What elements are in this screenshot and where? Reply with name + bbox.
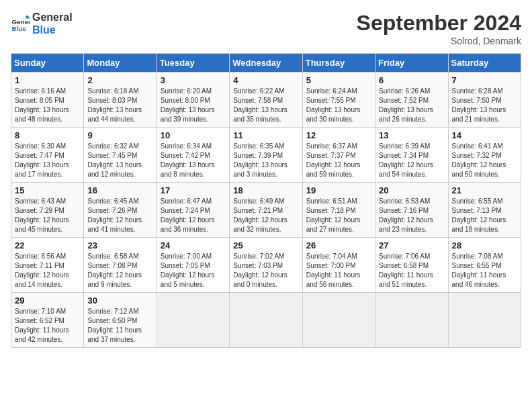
day-number: 2 (87, 75, 152, 85)
day-info: Sunrise: 6:16 AM Sunset: 8:05 PM Dayligh… (15, 87, 80, 124)
logo: General Blue General Blue (11, 11, 73, 36)
day-number: 28 (452, 240, 517, 250)
day-info: Sunrise: 6:47 AM Sunset: 7:24 PM Dayligh… (161, 197, 226, 234)
calendar-week-row: 15Sunrise: 6:43 AM Sunset: 7:29 PM Dayli… (11, 183, 521, 238)
day-number: 24 (161, 240, 226, 250)
day-number: 29 (15, 295, 80, 306)
day-info: Sunrise: 7:06 AM Sunset: 6:58 PM Dayligh… (379, 252, 444, 289)
day-number: 27 (379, 240, 444, 250)
calendar-table: SundayMondayTuesdayWednesdayThursdayFrid… (11, 53, 521, 348)
day-number: 20 (379, 185, 444, 195)
day-number: 21 (452, 185, 517, 195)
calendar-cell (375, 293, 448, 348)
day-number: 14 (452, 130, 517, 140)
calendar-cell: 23Sunrise: 6:58 AM Sunset: 7:08 PM Dayli… (84, 238, 157, 293)
day-number: 15 (15, 185, 80, 195)
day-number: 6 (379, 75, 444, 85)
day-info: Sunrise: 7:12 AM Sunset: 6:50 PM Dayligh… (87, 307, 152, 345)
day-info: Sunrise: 6:35 AM Sunset: 7:39 PM Dayligh… (233, 142, 298, 179)
calendar-cell: 29Sunrise: 7:10 AM Sunset: 6:52 PM Dayli… (11, 293, 84, 348)
day-number: 10 (161, 130, 226, 140)
calendar-cell (302, 293, 375, 348)
day-number: 11 (233, 130, 298, 140)
weekday-header-cell: Saturday (448, 54, 521, 73)
day-number: 18 (233, 185, 298, 195)
calendar-title-area: September 2024 Solrod, Denmark (357, 11, 521, 46)
calendar-cell: 7Sunrise: 6:28 AM Sunset: 7:50 PM Daylig… (448, 73, 521, 128)
calendar-week-row: 8Sunrise: 6:30 AM Sunset: 7:47 PM Daylig… (11, 128, 521, 183)
calendar-cell (448, 293, 521, 348)
day-info: Sunrise: 6:20 AM Sunset: 8:00 PM Dayligh… (161, 87, 226, 124)
calendar-cell: 21Sunrise: 6:55 AM Sunset: 7:13 PM Dayli… (448, 183, 521, 238)
calendar-cell: 26Sunrise: 7:04 AM Sunset: 7:00 PM Dayli… (302, 238, 375, 293)
calendar-cell: 10Sunrise: 6:34 AM Sunset: 7:42 PM Dayli… (157, 128, 229, 183)
calendar-cell: 8Sunrise: 6:30 AM Sunset: 7:47 PM Daylig… (11, 128, 84, 183)
weekday-header-cell: Sunday (11, 54, 84, 73)
location-title: Solrod, Denmark (357, 36, 521, 46)
day-number: 3 (161, 75, 226, 85)
weekday-header-cell: Friday (375, 54, 448, 73)
day-info: Sunrise: 6:32 AM Sunset: 7:45 PM Dayligh… (87, 142, 152, 179)
calendar-cell (157, 293, 229, 348)
calendar-cell: 25Sunrise: 7:02 AM Sunset: 7:03 PM Dayli… (230, 238, 302, 293)
calendar-cell: 3Sunrise: 6:20 AM Sunset: 8:00 PM Daylig… (157, 73, 229, 128)
calendar-cell: 9Sunrise: 6:32 AM Sunset: 7:45 PM Daylig… (84, 128, 157, 183)
day-info: Sunrise: 6:49 AM Sunset: 7:21 PM Dayligh… (233, 197, 298, 234)
page-header: General Blue General Blue September 2024… (11, 11, 521, 46)
day-info: Sunrise: 7:02 AM Sunset: 7:03 PM Dayligh… (233, 252, 298, 289)
calendar-cell: 6Sunrise: 6:26 AM Sunset: 7:52 PM Daylig… (375, 73, 448, 128)
svg-text:Blue: Blue (11, 25, 26, 32)
calendar-cell: 17Sunrise: 6:47 AM Sunset: 7:24 PM Dayli… (157, 183, 229, 238)
day-number: 13 (379, 130, 444, 140)
day-number: 4 (233, 75, 298, 85)
day-number: 23 (87, 240, 152, 250)
calendar-cell: 14Sunrise: 6:41 AM Sunset: 7:32 PM Dayli… (448, 128, 521, 183)
calendar-cell: 11Sunrise: 6:35 AM Sunset: 7:39 PM Dayli… (230, 128, 302, 183)
calendar-cell: 2Sunrise: 6:18 AM Sunset: 8:03 PM Daylig… (84, 73, 157, 128)
day-info: Sunrise: 6:55 AM Sunset: 7:13 PM Dayligh… (452, 197, 517, 234)
calendar-cell: 16Sunrise: 6:45 AM Sunset: 7:26 PM Dayli… (84, 183, 157, 238)
calendar-cell: 1Sunrise: 6:16 AM Sunset: 8:05 PM Daylig… (11, 73, 84, 128)
day-number: 5 (306, 75, 371, 85)
calendar-cell: 20Sunrise: 6:53 AM Sunset: 7:16 PM Dayli… (375, 183, 448, 238)
day-info: Sunrise: 6:37 AM Sunset: 7:37 PM Dayligh… (306, 142, 371, 179)
calendar-body: 1Sunrise: 6:16 AM Sunset: 8:05 PM Daylig… (11, 73, 521, 348)
day-info: Sunrise: 6:41 AM Sunset: 7:32 PM Dayligh… (452, 142, 517, 179)
calendar-cell: 30Sunrise: 7:12 AM Sunset: 6:50 PM Dayli… (84, 293, 157, 348)
day-number: 22 (15, 240, 80, 250)
calendar-cell (230, 293, 302, 348)
calendar-cell: 24Sunrise: 7:00 AM Sunset: 7:05 PM Dayli… (157, 238, 229, 293)
calendar-week-row: 22Sunrise: 6:56 AM Sunset: 7:11 PM Dayli… (11, 238, 521, 293)
day-number: 7 (452, 75, 517, 85)
day-number: 25 (233, 240, 298, 250)
day-number: 19 (306, 185, 371, 195)
day-number: 30 (87, 295, 152, 306)
logo-text: General Blue (32, 11, 73, 36)
calendar-cell: 28Sunrise: 7:08 AM Sunset: 6:55 PM Dayli… (448, 238, 521, 293)
day-info: Sunrise: 6:43 AM Sunset: 7:29 PM Dayligh… (15, 197, 80, 234)
day-info: Sunrise: 6:39 AM Sunset: 7:34 PM Dayligh… (379, 142, 444, 179)
day-number: 26 (306, 240, 371, 250)
day-number: 16 (87, 185, 152, 195)
calendar-cell: 22Sunrise: 6:56 AM Sunset: 7:11 PM Dayli… (11, 238, 84, 293)
logo-icon: General Blue (11, 14, 30, 33)
month-title: September 2024 (357, 11, 521, 36)
day-info: Sunrise: 6:53 AM Sunset: 7:16 PM Dayligh… (379, 197, 444, 234)
day-info: Sunrise: 6:58 AM Sunset: 7:08 PM Dayligh… (87, 252, 152, 289)
day-info: Sunrise: 6:26 AM Sunset: 7:52 PM Dayligh… (379, 87, 444, 124)
day-info: Sunrise: 6:18 AM Sunset: 8:03 PM Dayligh… (87, 87, 152, 124)
day-info: Sunrise: 6:22 AM Sunset: 7:58 PM Dayligh… (233, 87, 298, 124)
day-info: Sunrise: 7:00 AM Sunset: 7:05 PM Dayligh… (161, 252, 226, 289)
day-info: Sunrise: 6:28 AM Sunset: 7:50 PM Dayligh… (452, 87, 517, 124)
calendar-cell: 5Sunrise: 6:24 AM Sunset: 7:55 PM Daylig… (302, 73, 375, 128)
calendar-cell: 27Sunrise: 7:06 AM Sunset: 6:58 PM Dayli… (375, 238, 448, 293)
calendar-week-row: 1Sunrise: 6:16 AM Sunset: 8:05 PM Daylig… (11, 73, 521, 128)
day-number: 12 (306, 130, 371, 140)
weekday-header-cell: Monday (84, 54, 157, 73)
day-number: 8 (15, 130, 80, 140)
day-info: Sunrise: 6:45 AM Sunset: 7:26 PM Dayligh… (87, 197, 152, 234)
day-info: Sunrise: 6:56 AM Sunset: 7:11 PM Dayligh… (15, 252, 80, 289)
weekday-header-cell: Wednesday (230, 54, 302, 73)
calendar-week-row: 29Sunrise: 7:10 AM Sunset: 6:52 PM Dayli… (11, 293, 521, 348)
calendar-cell: 19Sunrise: 6:51 AM Sunset: 7:18 PM Dayli… (302, 183, 375, 238)
